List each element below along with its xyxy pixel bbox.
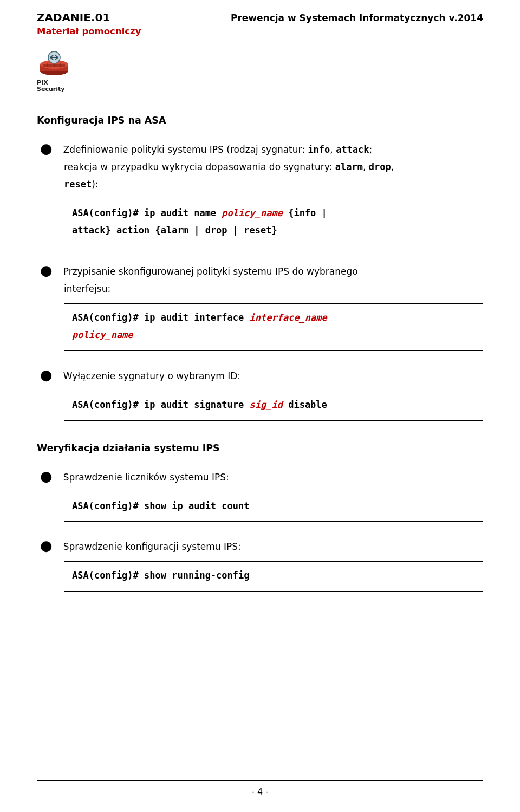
bullet-1: ● Zdefiniowanie polityki systemu IPS (ro… xyxy=(37,141,483,159)
code-block-2: ASA(config)# ip audit interface interfac… xyxy=(64,303,483,351)
code-block-3: ASA(config)# ip audit signature sig_id d… xyxy=(64,391,483,421)
bullet-3: ● Wyłączenie sygnatury o wybranym ID: xyxy=(37,367,483,385)
pix-label: PIX Security xyxy=(37,80,483,92)
bullet-5-text: Sprawdzenie konfiguracji systemu IPS: xyxy=(63,538,241,556)
bullet-2-line2: interfejsu: xyxy=(64,281,483,298)
footer-rule xyxy=(37,780,483,781)
code-block-1: ASA(config)# ip audit name policy_name {… xyxy=(64,199,483,246)
firewall-icon xyxy=(37,50,72,76)
bullet-icon: ● xyxy=(37,538,63,553)
bullet-1-line3: reset): xyxy=(64,176,483,193)
header-left: ZADANIE.01 xyxy=(37,11,110,24)
bullet-icon: ● xyxy=(37,141,63,155)
header-right: Prewencja w Systemach Informatycznych v.… xyxy=(231,11,483,23)
verify-title: Weryfikacja działania systemu IPS xyxy=(37,443,483,453)
page-number: - 4 - xyxy=(251,787,269,797)
bullet-icon: ● xyxy=(37,368,63,382)
code-block-4: ASA(config)# show ip audit count xyxy=(64,492,483,522)
header-subtitle: Materiał pomocniczy xyxy=(37,26,483,36)
bullet-4: ● Sprawdzenie liczników systemu IPS: xyxy=(37,469,483,486)
page-header: ZADANIE.01 Prewencja w Systemach Informa… xyxy=(37,11,483,24)
bullet-icon: ● xyxy=(37,263,63,277)
bullet-3-text: Wyłączenie sygnatury o wybranym ID: xyxy=(63,367,240,385)
code-block-5: ASA(config)# show running-config xyxy=(64,561,483,592)
bullet-4-text: Sprawdzenie liczników systemu IPS: xyxy=(63,469,229,486)
pix-security-badge: PIX Security xyxy=(37,50,483,92)
bullet-icon: ● xyxy=(37,469,63,483)
bullet-1-text: Zdefiniowanie polityki systemu IPS (rodz… xyxy=(63,141,373,159)
bullet-5: ● Sprawdzenie konfiguracji systemu IPS: xyxy=(37,538,483,556)
section-title: Konfiguracja IPS na ASA xyxy=(37,115,483,126)
bullet-1-line2: reakcja w przypadku wykrycia dopasowania… xyxy=(64,159,483,176)
page-footer: - 4 - xyxy=(0,787,520,797)
bullet-2-text: Przypisanie skonfigurowanej polityki sys… xyxy=(63,263,358,281)
bullet-2: ● Przypisanie skonfigurowanej polityki s… xyxy=(37,263,483,281)
